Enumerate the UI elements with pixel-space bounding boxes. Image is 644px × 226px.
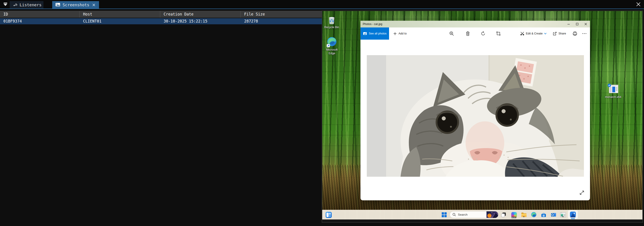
- column-header-creation-date[interactable]: Creation Date: [160, 11, 241, 18]
- tab-bar: Listeners Screenshots: [0, 0, 644, 9]
- zoom-in-icon[interactable]: [447, 28, 456, 40]
- tab-close-icon[interactable]: [92, 3, 96, 7]
- cat-photo[interactable]: [367, 55, 584, 177]
- app-window-icon: [607, 84, 619, 95]
- add-to-button[interactable]: Add to: [392, 28, 408, 40]
- image-icon: [55, 2, 60, 8]
- photos-taskbar-icon[interactable]: [568, 210, 578, 219]
- m365-badge: M365: [512, 216, 516, 218]
- panel-close-icon[interactable]: [636, 1, 641, 7]
- start-icon[interactable]: [441, 212, 447, 218]
- copilot-icon[interactable]: M365: [511, 212, 517, 218]
- c2-application: Listeners Screenshots: [0, 0, 644, 226]
- screenshots-table: ID Host Creation Date File Size 01BF9374…: [0, 9, 322, 24]
- tab-screenshots[interactable]: Screenshots: [52, 1, 99, 8]
- print-icon[interactable]: [570, 28, 580, 40]
- tab-label: Screenshots: [62, 2, 89, 7]
- desktop-icon-recycle-bin[interactable]: Recycle Bin: [322, 15, 342, 29]
- taskbar: Search: [322, 210, 642, 220]
- tab-listeners[interactable]: Listeners: [10, 1, 44, 8]
- share-icon: [553, 32, 557, 36]
- active-app-indicator: [571, 218, 575, 219]
- edge-taskbar-icon[interactable]: [530, 212, 537, 218]
- app-window-icon[interactable]: [560, 212, 566, 218]
- edit-create-icon: [520, 32, 524, 36]
- crop-icon[interactable]: [494, 28, 503, 40]
- file-explorer-icon[interactable]: [521, 212, 527, 218]
- running-indicator: [524, 216, 524, 217]
- delete-icon[interactable]: [463, 28, 472, 40]
- cell-host: CLIENT01: [80, 18, 160, 24]
- desktop-icon-label: monarch.x64: [605, 96, 621, 99]
- cell-creation-date: 30-10-2025 15:22:15: [160, 18, 241, 24]
- edit-create-button[interactable]: Edit & Create: [520, 28, 546, 40]
- search-placeholder: Search: [458, 213, 484, 216]
- maximize-icon[interactable]: [573, 21, 582, 28]
- see-all-photos-button[interactable]: See all photos: [360, 28, 389, 40]
- share-button[interactable]: Share: [553, 28, 566, 40]
- column-header-file-size[interactable]: File Size: [241, 11, 322, 18]
- outlook-icon[interactable]: [550, 212, 557, 218]
- edge-icon: [326, 37, 337, 48]
- chevron-down-icon: [544, 33, 546, 34]
- task-view-icon[interactable]: [500, 212, 507, 218]
- table-row[interactable]: 01BF9374 CLIENT01 30-10-2025 15:22:15 28…: [0, 18, 322, 24]
- photos-content: [360, 40, 590, 200]
- search-input[interactable]: Search: [450, 211, 498, 218]
- gallery-icon: [363, 32, 367, 35]
- search-icon: [452, 213, 456, 216]
- column-header-host[interactable]: Host: [80, 11, 160, 18]
- remote-desktop: Recycle Bin: [322, 11, 642, 220]
- viewer-letterbox: [322, 220, 642, 222]
- minimize-icon[interactable]: [564, 21, 573, 28]
- plus-icon: [393, 32, 397, 35]
- window-title: Photos - cat.jpg: [363, 22, 382, 26]
- running-indicator: [562, 216, 564, 217]
- tab-label: Listeners: [20, 2, 42, 7]
- column-header-id[interactable]: ID: [0, 11, 80, 18]
- collapse-menu-icon[interactable]: [3, 2, 8, 7]
- desktop-icon-label: Microsoft Edge: [323, 48, 341, 55]
- cell-file-size: 287278: [241, 18, 322, 24]
- search-highlight-image: [486, 211, 498, 218]
- radar-icon: [13, 2, 17, 8]
- desktop-icon-label: Recycle Bin: [324, 26, 339, 29]
- desktop-icon-edge[interactable]: Microsoft Edge: [322, 37, 343, 55]
- desktop-icon-monarch[interactable]: monarch.x64: [602, 84, 624, 99]
- store-icon[interactable]: [540, 212, 547, 218]
- recycle-bin-icon: [326, 15, 337, 25]
- photos-window: Photos - cat.jpg: [360, 21, 590, 200]
- rotate-icon[interactable]: [478, 28, 488, 40]
- widgets-icon[interactable]: [326, 212, 332, 218]
- more-icon[interactable]: [580, 28, 589, 40]
- cell-id: 01BF9374: [0, 18, 80, 24]
- close-icon[interactable]: [582, 21, 590, 28]
- photos-title-bar[interactable]: Photos - cat.jpg: [360, 21, 590, 28]
- fullscreen-icon[interactable]: [579, 190, 584, 196]
- table-header: ID Host Creation Date File Size: [0, 11, 322, 18]
- screenshot-viewer-panel[interactable]: Recycle Bin: [322, 10, 643, 222]
- photos-toolbar: See all photos Add to: [360, 28, 590, 40]
